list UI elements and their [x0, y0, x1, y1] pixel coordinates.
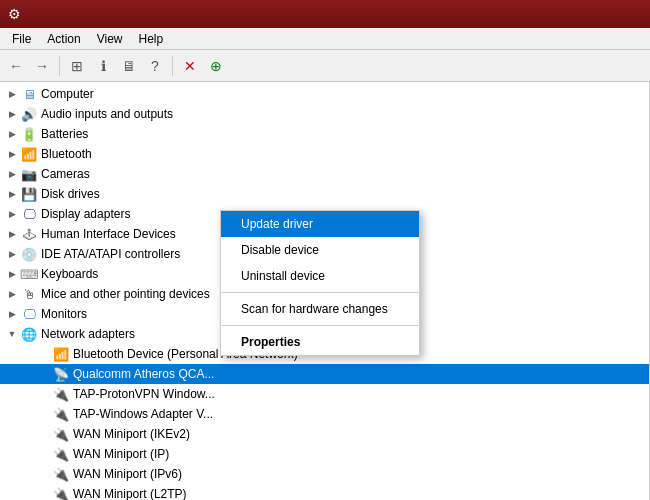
- expand-icon-mice[interactable]: ▶: [4, 286, 20, 302]
- item-icon-cameras: 📷: [21, 166, 37, 182]
- item-icon-keyboards: ⌨: [21, 266, 37, 282]
- item-label-audio: Audio inputs and outputs: [41, 107, 173, 121]
- title-bar: ⚙: [0, 0, 650, 28]
- help-button[interactable]: ?: [143, 54, 167, 78]
- toolbar: ← → ⊞ ℹ 🖥 ? ✕ ⊕: [0, 50, 650, 82]
- item-icon-wan-l2tp: 🔌: [53, 486, 69, 500]
- expand-icon-computer[interactable]: ▶: [4, 86, 20, 102]
- scan-button[interactable]: ⊕: [204, 54, 228, 78]
- item-label-mice: Mice and other pointing devices: [41, 287, 210, 301]
- expand-icon-display[interactable]: ▶: [4, 206, 20, 222]
- tree-item-wan-l2tp[interactable]: 🔌WAN Miniport (L2TP): [0, 484, 649, 500]
- item-label-keyboards: Keyboards: [41, 267, 98, 281]
- item-icon-audio: 🔊: [21, 106, 37, 122]
- context-menu: Update driverDisable deviceUninstall dev…: [220, 210, 420, 356]
- toolbar-separator-2: [172, 56, 173, 76]
- item-label-monitors: Monitors: [41, 307, 87, 321]
- item-icon-display: 🖵: [21, 206, 37, 222]
- item-label-qualcomm: Qualcomm Atheros QCA...: [73, 367, 214, 381]
- item-icon-network: 🌐: [21, 326, 37, 342]
- item-icon-bluetooth: 📶: [21, 146, 37, 162]
- item-label-tap-proton: TAP-ProtonVPN Window...: [73, 387, 215, 401]
- app-icon: ⚙: [8, 6, 21, 22]
- item-label-hid: Human Interface Devices: [41, 227, 176, 241]
- item-label-disk-drives: Disk drives: [41, 187, 100, 201]
- item-icon-mice: 🖱: [21, 286, 37, 302]
- item-label-ide: IDE ATA/ATAPI controllers: [41, 247, 180, 261]
- menu-item-help[interactable]: Help: [131, 30, 172, 48]
- item-icon-qualcomm: 📡: [53, 366, 69, 382]
- expand-icon-keyboards[interactable]: ▶: [4, 266, 20, 282]
- expand-icon-audio[interactable]: ▶: [4, 106, 20, 122]
- context-menu-separator: [221, 325, 419, 326]
- item-label-display: Display adapters: [41, 207, 130, 221]
- tree-item-wan-ikev2[interactable]: 🔌WAN Miniport (IKEv2): [0, 424, 649, 444]
- item-icon-wan-ip: 🔌: [53, 446, 69, 462]
- tree-item-batteries[interactable]: ▶🔋Batteries: [0, 124, 649, 144]
- context-menu-item-update-driver[interactable]: Update driver: [221, 211, 419, 237]
- expand-icon-ide[interactable]: ▶: [4, 246, 20, 262]
- tree-item-wan-ipv6[interactable]: 🔌WAN Miniport (IPv6): [0, 464, 649, 484]
- menu-item-view[interactable]: View: [89, 30, 131, 48]
- tree-item-bluetooth[interactable]: ▶📶Bluetooth: [0, 144, 649, 164]
- properties-button[interactable]: ℹ: [91, 54, 115, 78]
- item-label-wan-l2tp: WAN Miniport (L2TP): [73, 487, 187, 500]
- expand-icon-cameras[interactable]: ▶: [4, 166, 20, 182]
- context-menu-item-uninstall-device[interactable]: Uninstall device: [221, 263, 419, 289]
- context-menu-item-scan[interactable]: Scan for hardware changes: [221, 296, 419, 322]
- tree-item-cameras[interactable]: ▶📷Cameras: [0, 164, 649, 184]
- expand-icon-network[interactable]: ▼: [4, 326, 20, 342]
- item-label-tap-windows: TAP-Windows Adapter V...: [73, 407, 213, 421]
- expand-icon-tap-proton: [36, 386, 52, 402]
- item-icon-disk-drives: 💾: [21, 186, 37, 202]
- tree-item-qualcomm[interactable]: 📡Qualcomm Atheros QCA...: [0, 364, 649, 384]
- tree-item-computer[interactable]: ▶🖥Computer: [0, 84, 649, 104]
- item-icon-hid: 🕹: [21, 226, 37, 242]
- forward-button[interactable]: →: [30, 54, 54, 78]
- context-menu-item-disable-device[interactable]: Disable device: [221, 237, 419, 263]
- menu-bar: FileActionViewHelp: [0, 28, 650, 50]
- item-label-wan-ip: WAN Miniport (IP): [73, 447, 169, 461]
- item-label-wan-ipv6: WAN Miniport (IPv6): [73, 467, 182, 481]
- context-menu-separator: [221, 292, 419, 293]
- expand-icon-wan-l2tp: [36, 486, 52, 500]
- expand-icon-disk-drives[interactable]: ▶: [4, 186, 20, 202]
- item-icon-wan-ipv6: 🔌: [53, 466, 69, 482]
- item-icon-computer: 🖥: [21, 86, 37, 102]
- tree-item-disk-drives[interactable]: ▶💾Disk drives: [0, 184, 649, 204]
- expand-icon-bluetooth[interactable]: ▶: [4, 146, 20, 162]
- item-label-bluetooth: Bluetooth: [41, 147, 92, 161]
- menu-item-file[interactable]: File: [4, 30, 39, 48]
- expand-icon-batteries[interactable]: ▶: [4, 126, 20, 142]
- tree-item-tap-windows[interactable]: 🔌TAP-Windows Adapter V...: [0, 404, 649, 424]
- item-icon-ide: 💿: [21, 246, 37, 262]
- item-label-network: Network adapters: [41, 327, 135, 341]
- expand-icon-qualcomm: [36, 366, 52, 382]
- update-driver-button[interactable]: 🖥: [117, 54, 141, 78]
- item-icon-monitors: 🖵: [21, 306, 37, 322]
- expand-icon-bluetooth-pan: [36, 346, 52, 362]
- back-button[interactable]: ←: [4, 54, 28, 78]
- tree-item-audio[interactable]: ▶🔊Audio inputs and outputs: [0, 104, 649, 124]
- item-icon-tap-proton: 🔌: [53, 386, 69, 402]
- uninstall-button[interactable]: ✕: [178, 54, 202, 78]
- item-label-cameras: Cameras: [41, 167, 90, 181]
- context-menu-item-properties[interactable]: Properties: [221, 329, 419, 355]
- tree-item-wan-ip[interactable]: 🔌WAN Miniport (IP): [0, 444, 649, 464]
- item-icon-batteries: 🔋: [21, 126, 37, 142]
- expand-icon-wan-ipv6: [36, 466, 52, 482]
- expand-icon-monitors[interactable]: ▶: [4, 306, 20, 322]
- show-hidden-button[interactable]: ⊞: [65, 54, 89, 78]
- item-label-computer: Computer: [41, 87, 94, 101]
- item-icon-tap-windows: 🔌: [53, 406, 69, 422]
- item-label-batteries: Batteries: [41, 127, 88, 141]
- expand-icon-tap-windows: [36, 406, 52, 422]
- expand-icon-wan-ip: [36, 446, 52, 462]
- tree-item-tap-proton[interactable]: 🔌TAP-ProtonVPN Window...: [0, 384, 649, 404]
- item-icon-wan-ikev2: 🔌: [53, 426, 69, 442]
- menu-item-action[interactable]: Action: [39, 30, 88, 48]
- item-label-wan-ikev2: WAN Miniport (IKEv2): [73, 427, 190, 441]
- toolbar-separator-1: [59, 56, 60, 76]
- expand-icon-hid[interactable]: ▶: [4, 226, 20, 242]
- expand-icon-wan-ikev2: [36, 426, 52, 442]
